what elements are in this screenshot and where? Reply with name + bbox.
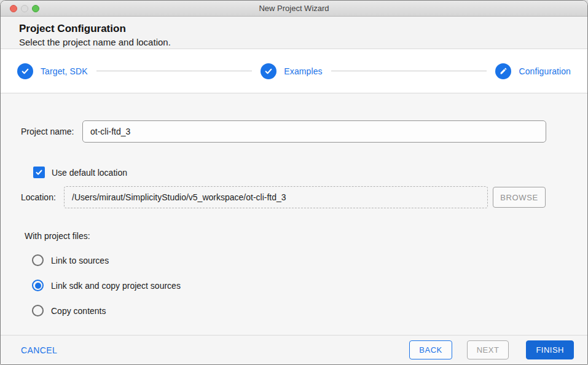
step-connector	[96, 71, 253, 71]
zoom-button[interactable]	[32, 5, 39, 12]
close-button[interactable]	[10, 5, 17, 12]
use-default-location-row[interactable]: Use default location	[33, 167, 587, 178]
browse-button[interactable]: BROWSE	[493, 187, 546, 208]
step-configuration[interactable]: Configuration	[495, 63, 571, 79]
pencil-icon	[500, 67, 508, 75]
radio-label: Copy contents	[51, 306, 106, 316]
step-examples[interactable]: Examples	[261, 63, 322, 79]
wizard-header: Project Configuration Select the project…	[1, 17, 587, 49]
location-row: Location: BROWSE	[21, 186, 587, 208]
check-icon	[35, 168, 43, 176]
finish-button[interactable]: FINISH	[526, 340, 574, 359]
page-subtitle: Select the project name and location.	[19, 36, 587, 49]
location-input[interactable]	[64, 186, 488, 208]
step-circle-complete	[17, 63, 33, 79]
project-name-label: Project name:	[21, 127, 82, 136]
wizard-stepper: Target, SDK Examples Configuration	[1, 49, 587, 93]
radio-link-to-sources[interactable]: Link to sources	[32, 254, 587, 266]
check-icon	[21, 67, 29, 76]
new-project-wizard-window: New Project Wizard Project Configuration…	[0, 0, 588, 365]
step-circle-current	[495, 63, 511, 79]
wizard-content: Project name: Use default location Locat…	[1, 93, 587, 335]
check-icon	[264, 67, 273, 76]
step-target-sdk[interactable]: Target, SDK	[17, 63, 88, 79]
step-circle-complete	[261, 63, 276, 79]
step-label: Examples	[284, 66, 322, 76]
minimize-button[interactable]	[21, 5, 28, 12]
page-title: Project Configuration	[19, 22, 587, 36]
next-button[interactable]: NEXT	[467, 340, 509, 359]
radio-link-sdk-copy-sources[interactable]: Link sdk and copy project sources	[32, 280, 587, 291]
radio-label: Link sdk and copy project sources	[51, 281, 181, 291]
back-button[interactable]: BACK	[409, 340, 452, 359]
project-name-row: Project name:	[21, 120, 587, 143]
radio-button[interactable]	[32, 305, 44, 316]
step-label: Configuration	[519, 66, 571, 76]
cancel-button[interactable]: CANCEL	[21, 345, 57, 355]
radio-copy-contents[interactable]: Copy contents	[32, 305, 587, 316]
use-default-location-checkbox[interactable]	[33, 167, 45, 178]
radio-button[interactable]	[32, 254, 44, 266]
window-title: New Project Wizard	[1, 4, 587, 13]
location-label: Location:	[21, 192, 64, 202]
radio-label: Link to sources	[51, 256, 109, 265]
step-connector	[331, 71, 487, 71]
with-project-files-label: With project files:	[25, 231, 587, 241]
title-bar: New Project Wizard	[1, 1, 587, 17]
traffic-lights	[10, 5, 39, 12]
use-default-location-label: Use default location	[52, 168, 127, 178]
radio-button[interactable]	[32, 280, 44, 291]
wizard-footer: CANCEL BACK NEXT FINISH	[1, 335, 587, 364]
project-name-input[interactable]	[82, 120, 546, 143]
step-label: Target, SDK	[41, 66, 88, 76]
